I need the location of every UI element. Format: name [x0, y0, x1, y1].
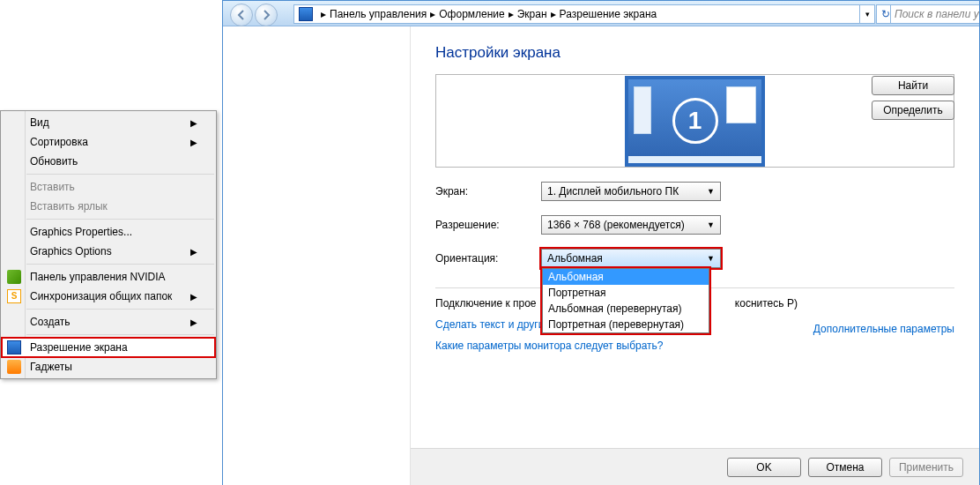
screen-label: Экран: — [435, 185, 541, 198]
screen-resolution-window: ▸ Панель управления ▸ Оформление ▸ Экран… — [222, 0, 980, 485]
ctx-paste-shortcut: Вставить ярлык — [2, 197, 215, 216]
resolution-select-value: 1366 × 768 (рекомендуется) — [547, 219, 707, 231]
page-title: Настройки экрана — [435, 44, 954, 62]
taskbar-glyph-icon — [628, 156, 761, 163]
screen-select-value: 1. Дисплей мобильного ПК — [547, 185, 707, 198]
find-button[interactable]: Найти — [872, 76, 954, 95]
ctx-view[interactable]: Вид▶ — [2, 113, 215, 132]
resolution-select[interactable]: 1366 × 768 (рекомендуется)▼ — [541, 215, 721, 235]
chevron-down-icon: ▼ — [707, 220, 715, 229]
nav-back-button[interactable] — [230, 4, 253, 26]
left-nav-pane — [223, 26, 411, 485]
ctx-create-label: Создать — [30, 316, 182, 328]
orientation-select-value: Альбомная — [547, 252, 707, 265]
ctx-gfx-props-label: Graphics Properties... — [30, 226, 197, 238]
ctx-create[interactable]: Создать▶ — [2, 312, 215, 332]
ok-button[interactable]: OK — [727, 458, 801, 477]
submenu-arrow-icon: ▶ — [190, 247, 197, 257]
content-pane: Настройки экрана 1 Найти Определить Экра… — [411, 26, 979, 485]
window-glyph-icon — [634, 86, 651, 134]
window-glyph-icon — [726, 86, 756, 123]
ctx-view-label: Вид — [30, 116, 182, 129]
breadcrumb-sep-icon: ▸ — [430, 8, 435, 20]
screen-select[interactable]: 1. Дисплей мобильного ПК▼ — [541, 182, 721, 201]
breadcrumb-sep-icon: ▸ — [321, 8, 326, 20]
orientation-select[interactable]: Альбомная▼ Альбомная Портретная Альбомна… — [541, 249, 721, 268]
orientation-option-portrait-flipped[interactable]: Портретная (перевернутая) — [543, 317, 709, 332]
monitor-icon — [7, 340, 21, 354]
ctx-graphics-properties[interactable]: Graphics Properties... — [2, 222, 215, 242]
nav-forward-button[interactable] — [255, 4, 278, 26]
window-toolbar: ▸ Панель управления ▸ Оформление ▸ Экран… — [223, 1, 979, 26]
submenu-arrow-icon: ▶ — [190, 138, 197, 147]
desktop-context-menu: Вид▶ Сортировка▶ Обновить Вставить Встав… — [0, 110, 217, 379]
breadcrumb-sep-icon: ▸ — [551, 8, 556, 20]
gadgets-icon — [7, 360, 21, 374]
ctx-paste-shortcut-label: Вставить ярлык — [30, 200, 197, 213]
submenu-arrow-icon: ▶ — [190, 118, 197, 128]
orientation-dropdown: Альбомная Портретная Альбомная (переверн… — [542, 268, 709, 333]
ctx-gadgets[interactable]: Гаджеты — [2, 357, 215, 377]
ctx-sync-folders[interactable]: Синхронизация общих папок▶ — [2, 287, 215, 306]
dialog-footer: OK Отмена Применить — [411, 448, 979, 485]
chevron-down-icon: ▼ — [707, 187, 715, 196]
control-panel-icon — [299, 7, 313, 21]
apply-button: Применить — [889, 458, 963, 477]
ctx-separator — [26, 309, 214, 310]
ctx-refresh-label: Обновить — [30, 155, 197, 168]
breadcrumb-appearance[interactable]: Оформление — [439, 8, 504, 20]
resolution-label: Разрешение: — [435, 219, 541, 231]
nvidia-icon — [7, 270, 21, 284]
ctx-paste: Вставить — [2, 177, 215, 197]
chevron-down-icon: ▼ — [707, 254, 715, 263]
ctx-gadgets-label: Гаджеты — [30, 361, 197, 373]
cancel-button[interactable]: Отмена — [808, 458, 882, 477]
orientation-label: Ориентация: — [435, 252, 541, 265]
monitor-thumbnail[interactable]: 1 — [625, 76, 765, 167]
ctx-gfx-opts-label: Graphics Options — [30, 245, 182, 257]
ctx-resolution-label: Разрешение экрана — [30, 341, 197, 354]
breadcrumb-control-panel[interactable]: Панель управления — [330, 8, 427, 20]
which-settings-link[interactable]: Какие параметры монитора следует выбрать… — [435, 340, 664, 352]
ctx-paste-label: Вставить — [30, 181, 197, 193]
ctx-screen-resolution[interactable]: Разрешение экрана — [2, 338, 215, 357]
breadcrumb-sep-icon: ▸ — [509, 8, 514, 20]
ctx-separator — [26, 334, 214, 335]
search-input[interactable]: Поиск в панели упр — [890, 4, 979, 24]
ctx-sync-label: Синхронизация общих папок — [30, 290, 182, 302]
ctx-separator — [26, 174, 214, 175]
advanced-settings-link[interactable]: Дополнительные параметры — [813, 323, 954, 335]
ctx-sort[interactable]: Сортировка▶ — [2, 132, 215, 152]
orientation-option-landscape[interactable]: Альбомная — [543, 269, 709, 285]
ctx-nvidia[interactable]: Панель управления NVIDIA — [2, 267, 215, 287]
ctx-separator — [26, 219, 214, 220]
ctx-refresh[interactable]: Обновить — [2, 152, 215, 171]
submenu-arrow-icon: ▶ — [190, 317, 197, 327]
sync-icon — [7, 289, 21, 303]
address-dropdown-icon[interactable]: ▾ — [859, 5, 874, 23]
refresh-icon: ↻ — [881, 8, 890, 20]
ctx-nvidia-label: Панель управления NVIDIA — [30, 271, 197, 283]
breadcrumb-screen[interactable]: Экран — [517, 8, 547, 20]
breadcrumb-bar[interactable]: ▸ Панель управления ▸ Оформление ▸ Экран… — [293, 4, 875, 24]
monitor-number: 1 — [672, 98, 718, 144]
ctx-separator — [26, 264, 214, 265]
breadcrumb-resolution[interactable]: Разрешение экрана — [560, 8, 657, 20]
ctx-graphics-options[interactable]: Graphics Options▶ — [2, 242, 215, 261]
detect-button[interactable]: Определить — [872, 101, 954, 120]
ctx-sort-label: Сортировка — [30, 136, 182, 148]
submenu-arrow-icon: ▶ — [190, 292, 197, 302]
orientation-option-portrait[interactable]: Портретная — [543, 285, 709, 301]
orientation-option-landscape-flipped[interactable]: Альбомная (перевернутая) — [543, 301, 709, 317]
